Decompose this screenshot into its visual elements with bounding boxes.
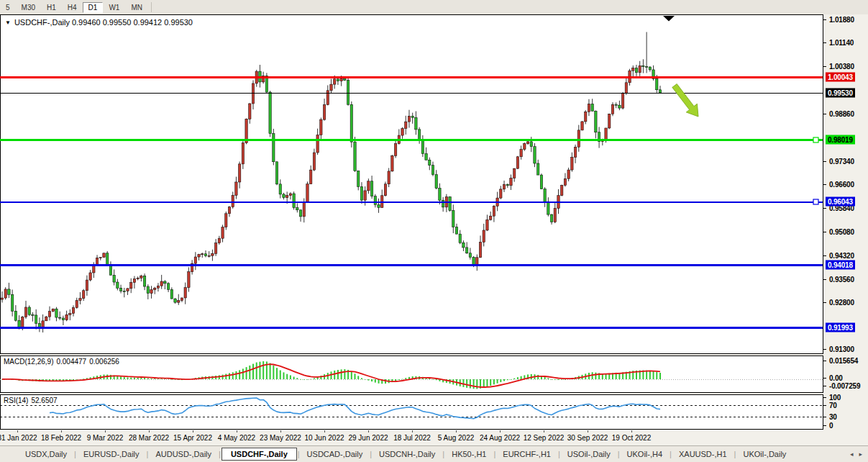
price-axis-label: 1.00380 [829,63,854,71]
date-axis-label: 18 Feb 2022 [41,434,81,442]
rsi-value: 52.6507 [31,397,57,404]
macd-axis-label: 0.00 [829,374,843,382]
date-axis-label: 12 Sep 2022 [524,434,565,442]
date-axis-label: 29 Jun 2022 [348,434,388,442]
macd-panel [0,355,823,393]
macd-label: MACD(12,26,9) [4,358,53,366]
price-axis-tick [823,114,826,114]
price-axis-label: 0.98860 [829,109,854,117]
price-level-badge: 0.91993 [826,323,855,332]
date-axis-tick [324,430,325,432]
rsi-axis-tick [823,417,826,417]
tab-usdcnh-daily[interactable]: USDCNH-,Daily [373,448,442,460]
symbol-dropdown-icon[interactable]: ▼ [5,19,11,26]
price-axis-label: 0.96600 [829,180,854,188]
price-axis-tick [823,66,826,67]
price-axis-label: 1.01140 [829,39,854,47]
date-axis-tick [149,430,150,432]
price-axis-tick [823,349,826,350]
rsi-axis: 10070300 [823,394,868,430]
price-chart [0,14,823,354]
macd-value-main: 0.004477 [56,358,86,366]
price-level-badge: 0.99530 [826,88,855,97]
tab-xauusd-h1[interactable]: XAUUSD-,H1 [672,448,734,460]
price-axis-tick [823,19,826,20]
date-axis-tick [456,430,457,432]
macd-axis: 0.0156540.00-0.007259 [823,355,868,393]
macd-axis-tick [823,361,826,361]
tab-scroll-left-icon[interactable]: ◂ [850,450,854,458]
bar-close: 0.99530 [164,18,193,27]
price-axis-tick [823,255,826,256]
rsi-axis-tick [823,397,826,398]
date-axis-label: 18 Jul 2022 [393,434,431,442]
tab-usdchf-daily[interactable]: USDCHF-,Daily [221,448,297,461]
timeframe-h4[interactable]: H4 [62,2,83,13]
bar-open: 0.99460 [72,18,101,27]
timeframe-w1[interactable]: W1 [103,2,125,13]
rsi-label: RSI(14) [4,397,28,404]
rsi-panel [0,394,823,430]
date-axis-tick [544,430,544,432]
price-axis-label: 0.97340 [829,157,854,165]
timeframe-h1[interactable]: H1 [41,2,62,13]
price-level-badge: 0.94018 [826,260,855,269]
tab-eurchf-h1[interactable]: EURCHF-,H1 [496,448,557,460]
price-axis-tick [823,208,826,209]
macd-value-signal: 0.006256 [89,358,119,366]
timeframe-5[interactable]: 5 [0,2,16,13]
tab-usoil-daily[interactable]: USOil-,Daily [561,448,617,460]
price-axis: 1.018801.011401.003800.988600.973400.966… [823,14,868,354]
tab-ukoil-daily[interactable]: UKOil-,Daily [736,448,792,460]
price-axis-label: 0.91300 [829,345,854,353]
date-axis-tick [193,430,193,432]
date-axis-label: 31 Jan 2022 [0,434,37,442]
date-axis-label: 23 May 2022 [260,434,301,442]
tab-audusd-daily[interactable]: AUDUSD-,Daily [149,448,218,460]
rsi-axis-label: 70 [829,402,837,409]
tab-usdcad-daily[interactable]: USDCAD-,Daily [301,448,370,460]
date-axis-label: 15 Apr 2022 [173,434,212,442]
date-axis-tick [237,430,237,432]
tab-scroll-right-icon[interactable]: ▸ [859,450,862,458]
price-axis-label: 0.94320 [829,251,854,259]
tab-eurusd-daily[interactable]: EURUSD-,Daily [77,448,146,460]
tab-ukoil-h4[interactable]: UKOil-,H4 [621,448,670,460]
timeframe-m30[interactable]: M30 [16,2,41,13]
macd-axis-tick [823,386,826,386]
rsi-axis-label: 0 [829,422,833,430]
macd-axis-tick [823,378,826,379]
date-axis-tick [61,430,62,432]
date-axis-tick [280,430,281,432]
timeframe-d1[interactable]: D1 [83,2,104,13]
price-axis-tick [823,232,826,232]
date-axis-tick [17,430,18,432]
tab-usdx-daily[interactable]: USDX,Daily [19,448,73,460]
date-axis-label: 19 Oct 2022 [612,434,651,442]
chart-symbol: USDCHF-,Daily [14,18,70,27]
date-axis-label: 24 Aug 2022 [480,434,520,442]
price-level-badge: 0.96043 [826,196,855,206]
rsi-axis-tick [823,405,826,406]
price-axis-label: 0.92800 [829,299,854,307]
tab-scroll-controls: ◂▸ [850,450,862,458]
price-axis-tick [823,184,826,185]
tab-hk50-h1[interactable]: HK50-,H1 [445,448,493,460]
date-axis: 31 Jan 202218 Feb 20229 Mar 202228 Mar 2… [0,430,823,445]
rsi-axis-label: 100 [829,394,841,402]
date-axis-label: 10 Jun 2022 [304,434,344,442]
rsi-axis-label: 30 [829,413,837,421]
timeframe-mn[interactable]: MN [125,2,148,13]
price-axis-tick [823,302,826,303]
rsi-title: RSI(14)52.6507 [4,397,60,404]
date-axis-tick [631,430,632,432]
date-axis-tick [588,430,588,432]
date-axis-tick [412,430,413,432]
price-level-badge: 1.00043 [826,72,855,81]
price-axis-label: 1.01880 [829,16,854,24]
bar-high: 0.99550 [103,18,132,27]
date-axis-tick [368,430,369,432]
macd-axis-label: -0.007259 [829,382,860,390]
date-axis-label: 9 Mar 2022 [87,434,124,442]
price-axis-tick [823,42,826,43]
